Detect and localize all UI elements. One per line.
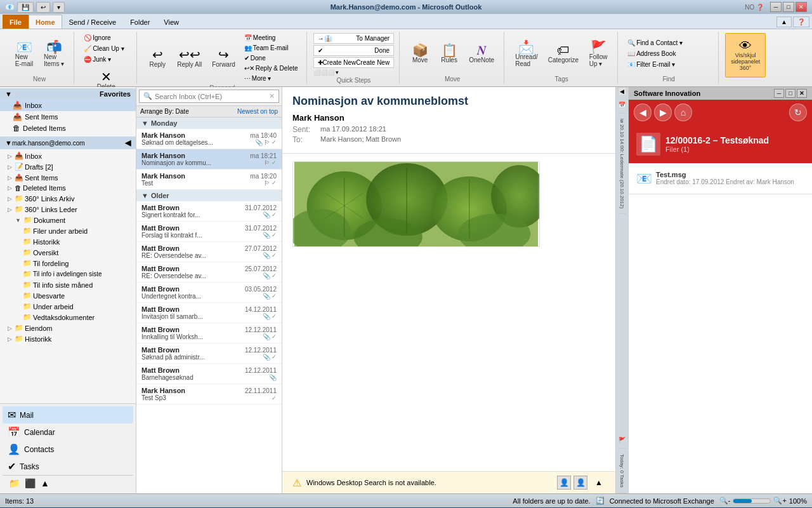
scroll-up-btn[interactable]: ▲ — [593, 478, 605, 487]
msg-item-1[interactable]: Mark Hanson ma 18:21 Nominasjon av kommu… — [136, 149, 282, 170]
ribbon-collapse-btn[interactable]: ▲ — [776, 17, 792, 27]
tree-item-eiendom[interactable]: ▷ 📁 Eiendom — [0, 323, 136, 333]
msg-item-older-5[interactable]: Matt Brown 14.12.2011 Invitasjon til sam… — [136, 303, 282, 323]
panel-close-btn[interactable]: ✕ — [797, 89, 807, 98]
meeting-btn[interactable]: 📅 Meeting — [241, 33, 301, 43]
sidebar-item-sent-fav[interactable]: 📤 Sent Items — [0, 111, 136, 123]
ignore-btn[interactable]: 🚫 Ignore — [81, 33, 131, 43]
people-btn-2[interactable]: 👤 — [573, 476, 587, 490]
address-book-btn[interactable]: 📖 Address Book — [624, 49, 713, 58]
nav-config-icon[interactable]: ▲ — [39, 477, 51, 490]
file-name[interactable]: Test.msg — [656, 171, 804, 178]
clean-btn[interactable]: 🧹 Clean Up ▾ — [81, 44, 131, 53]
tree-item-360-leder[interactable]: ▷ 📁 360° Links Leder — [0, 204, 136, 215]
onenote-btn[interactable]: 𝑵 OneNote — [464, 41, 499, 67]
search-input[interactable] — [155, 93, 269, 100]
calendar-strip-item[interactable]: 📅 — [618, 96, 627, 114]
tree-item-360-arkiv[interactable]: ▷ 📁 360° Links Arkiv — [0, 193, 136, 204]
categorize-btn[interactable]: 🏷 Categorize — [544, 41, 583, 67]
panel-restore-btn[interactable]: □ — [785, 89, 796, 98]
sidebar-collapse-btn[interactable]: ◀ — [125, 138, 131, 147]
sidebar-item-deleted-fav[interactable]: 🗑 Deleted Items — [0, 123, 136, 134]
search-clear-btn[interactable]: ✕ — [269, 92, 275, 100]
junk-btn[interactable]: ⛔ Junk ▾ — [81, 55, 131, 64]
side-strip-collapse-btn[interactable]: ◀ — [618, 87, 627, 96]
tree-item-drafts[interactable]: ▷ 📝 Drafts [2] — [0, 161, 136, 172]
msg-item-older-0[interactable]: Matt Brown 31.07.2012 Signert kontrakt f… — [136, 201, 282, 222]
panel-minimize-btn[interactable]: ─ — [774, 89, 784, 98]
msg-item-older-1[interactable]: Matt Brown 31.07.2012 Forslag til kontra… — [136, 222, 282, 242]
zoom-in-btn[interactable]: 🔍+ — [773, 497, 786, 505]
tree-item-sent[interactable]: ▷ 📤 Sent Items — [0, 172, 136, 183]
tree-item-inbox[interactable]: ▷ 📥 Inbox — [0, 150, 136, 161]
sidebar-item-inbox-fav[interactable]: 📥 Inbox — [0, 100, 136, 111]
panel-back-btn[interactable]: ◀ — [634, 104, 652, 121]
panel-forward-btn[interactable]: ▶ — [654, 104, 672, 121]
msg-item-older-4[interactable]: Matt Brown 03.05.2012 Undertegnet kontra… — [136, 283, 282, 303]
tree-item-historikk[interactable]: 📁 Historikk — [0, 236, 136, 247]
quick-access-down[interactable]: ▾ — [53, 2, 65, 13]
zoom-slider[interactable] — [733, 498, 771, 504]
help-btn[interactable]: NO ❓ — [745, 4, 764, 11]
zoom-out-btn[interactable]: 🔍- — [719, 497, 731, 505]
tree-item-til-info-avdeling[interactable]: 📁 Til info i avdelingen siste — [0, 269, 136, 279]
reply-all-btn[interactable]: ↩↩ Reply All — [173, 45, 206, 71]
msg-item-older-7[interactable]: Matt Brown 12.12.2011 Søknad på administ… — [136, 344, 282, 364]
tree-item-deleted[interactable]: ▷ 🗑 Deleted Items — [0, 183, 136, 193]
close-btn[interactable]: ✕ — [796, 2, 807, 12]
new-email-btn[interactable]: 📧 NewE-mail — [10, 37, 38, 70]
calendar-event-strip[interactable]: lø 20.10 14:00: Ledermate (20.10.2012) — [618, 114, 626, 214]
filter-email-btn[interactable]: 📧 Filter E-mail ▾ — [624, 60, 713, 69]
panel-home-btn[interactable]: ⌂ — [674, 104, 692, 121]
restore-btn[interactable]: □ — [783, 2, 794, 12]
reply-btn[interactable]: ↩ Reply — [143, 45, 171, 71]
msg-group-older[interactable]: ▼ Older — [136, 190, 282, 201]
follow-up-btn[interactable]: 🚩 FollowUp ▾ — [584, 37, 612, 70]
tasks-strip-item[interactable]: 🚩 — [618, 431, 627, 449]
msg-item-older-9[interactable]: Mark Hanson 22.11.2011 Test Sp3 ✓ — [136, 384, 282, 404]
msg-group-monday[interactable]: ▼ Monday — [136, 117, 282, 129]
tree-item-fordeling[interactable]: 📁 Til fordeling — [0, 258, 136, 269]
to-manager-btn[interactable]: →👔 To Manager — [313, 33, 395, 44]
tab-send-receive[interactable]: Send / Receive — [62, 15, 124, 29]
tree-item-ubesvarte[interactable]: 📁 Ubesvarte — [0, 290, 136, 301]
more-btn[interactable]: ⋯ More ▾ — [241, 74, 301, 83]
favorites-header[interactable]: ▼ Favorites — [0, 88, 136, 100]
reply-delete-btn[interactable]: ↩✕ Reply & Delete — [241, 64, 301, 73]
tab-file[interactable]: File — [3, 15, 29, 29]
quick-access-undo[interactable]: ↩ — [36, 2, 50, 13]
tab-view[interactable]: View — [157, 15, 186, 29]
tab-home[interactable]: Home — [29, 15, 62, 29]
ribbon-help-btn[interactable]: ❓ — [793, 17, 809, 27]
minimize-btn[interactable]: ─ — [770, 2, 782, 12]
quicksteps-more-btn[interactable]: ⬜⬜⬜ ▾ — [313, 69, 395, 76]
msg-item-older-3[interactable]: Matt Brown 25.07.2012 RE: Oversendelse a… — [136, 262, 282, 283]
msg-item-older-8[interactable]: Matt Brown 12.12.2011 Barnehagesøknad 📎 — [136, 364, 282, 384]
done-btn[interactable]: ✔ Done — [241, 53, 301, 63]
tree-item-til-info-maned[interactable]: 📁 Til info siste måned — [0, 279, 136, 290]
msg-item-0[interactable]: Mark Hanson ma 18:40 Søknad om deltagels… — [136, 129, 282, 149]
account-header[interactable]: ▼ mark.hanson@demo.com ◀ — [0, 137, 136, 149]
tree-item-historikk2[interactable]: ▷ 📁 Historikk — [0, 333, 136, 344]
unread-btn[interactable]: 📩 Unread/Read — [511, 37, 542, 70]
msg-item-2[interactable]: Mark Hanson ma 18:20 Test 🏳 ✓ — [136, 170, 282, 190]
tree-item-oversikt[interactable]: 📁 Oversikt — [0, 247, 136, 258]
nav-tasks-btn[interactable]: ✔ Tasks — [3, 458, 133, 475]
nav-contacts-btn[interactable]: 👤 Contacts — [3, 441, 133, 458]
rules-btn[interactable]: 📋 Rules — [435, 41, 463, 67]
tree-item-filer[interactable]: 📁 Filer under arbeid — [0, 225, 136, 236]
shortcut-icon[interactable]: ⬛ — [23, 477, 37, 490]
vis-skjul-btn[interactable]: 👁 Vis/skjulsidepanelet360° — [725, 33, 766, 77]
search-input-container[interactable]: 🔍 ✕ — [139, 90, 279, 103]
done-qs-btn[interactable]: ✔ Done — [313, 45, 395, 56]
quick-access-save[interactable]: 💾 — [17, 2, 34, 13]
msg-item-older-6[interactable]: Matt Brown 12.12.2011 Innkalling til Wor… — [136, 323, 282, 344]
tree-item-vedtaksdokumenter[interactable]: 📁 Vedtaksdokumenter — [0, 312, 136, 323]
panel-refresh-btn[interactable]: ↻ — [789, 104, 807, 121]
tab-folder[interactable]: Folder — [123, 15, 157, 29]
team-email-btn[interactable]: 👥 Team E-mail — [241, 43, 301, 53]
people-btn-1[interactable]: 👤 — [557, 476, 571, 490]
create-new-btn[interactable]: ✚ Create New Create New — [313, 57, 395, 68]
folder-icon[interactable]: 📁 — [8, 477, 21, 490]
forward-btn[interactable]: ↪ Forward — [207, 45, 240, 71]
